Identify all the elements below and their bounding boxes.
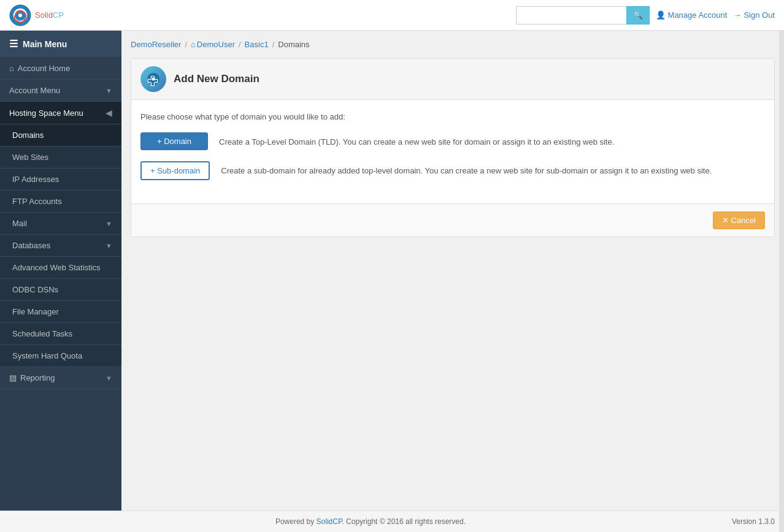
sidebar-item-label: Web Sites (12, 153, 48, 162)
chevron-down-icon: ▼ (106, 374, 112, 382)
breadcrumb-sep-1: / (185, 40, 187, 49)
domain-option: + Domain Create a Top-Level Domain (TLD)… (140, 132, 765, 150)
card-header: Add New Domain (131, 59, 774, 100)
sidebar-item-file-manager[interactable]: File Manager (0, 301, 121, 323)
add-domain-button[interactable]: + Domain (140, 132, 208, 150)
add-subdomain-button[interactable]: + Sub-domain (140, 161, 210, 180)
sidebar-item-label: Scheduled Tasks (12, 329, 72, 338)
breadcrumb-reseller-link[interactable]: DemoReseller (131, 40, 181, 49)
sidebar-title: Main Menu (23, 39, 67, 49)
sidebar-header: ☰ Main Menu (0, 31, 121, 58)
search-input[interactable] (516, 6, 626, 25)
arrow-left-icon: ◀ (106, 108, 112, 118)
sidebar-item-label: File Manager (12, 307, 59, 316)
home-icon: ⌂ (9, 64, 14, 73)
sidebar-item-system-hard-quota[interactable]: System Hard Quota (0, 345, 121, 367)
signout-icon: → (733, 10, 741, 20)
plus-icon: + (157, 137, 162, 146)
domain-option-description: Create a Top-Level Domain (TLD). You can… (219, 132, 614, 148)
search-button[interactable]: 🔍 (626, 6, 650, 25)
sidebar-item-label: IP Addresses (12, 175, 59, 184)
sidebar-item-label: Account Menu (9, 86, 106, 95)
sidebar-item-label: System Hard Quota (12, 351, 82, 360)
user-icon: 👤 (656, 10, 666, 20)
sidebar-item-ip-addresses[interactable]: IP Addresses (0, 169, 121, 191)
top-navbar: SolidCP 🔍 👤 Manage Account → Sign Out (0, 0, 784, 31)
sidebar-item-label: FTP Accounts (12, 197, 62, 206)
sidebar-item-label: Hosting Space Menu (9, 108, 106, 118)
sidebar-item-web-sites[interactable]: Web Sites (0, 146, 121, 169)
sidebar-item-ftp-accounts[interactable]: FTP Accounts (0, 191, 121, 213)
wrench-icon (146, 72, 161, 86)
breadcrumb-sep-3: / (272, 40, 275, 49)
scrollbar-track[interactable] (779, 0, 784, 532)
logo: SolidCP (9, 4, 64, 26)
sidebar-item-label: Mail (12, 219, 106, 228)
sidebar-item-account-home[interactable]: ⌂ Account Home (0, 58, 121, 80)
main-content: DemoReseller / ⌂DemoUser / Basic1 / Doma… (121, 31, 784, 511)
manage-account-link[interactable]: 👤 Manage Account (656, 10, 728, 20)
chevron-down-icon: ▼ (106, 87, 112, 94)
menu-icon: ☰ (9, 38, 18, 50)
footer-copyright: . Copyright © 2016 all rights reserved. (342, 517, 466, 526)
subdomain-option: + Sub-domain Create a sub-domain for alr… (140, 161, 765, 180)
sidebar-item-databases[interactable]: Databases ▼ (0, 235, 121, 257)
sidebar-item-mail[interactable]: Mail ▼ (0, 213, 121, 235)
sidebar: ☰ Main Menu ⌂ Account Home Account Menu … (0, 31, 121, 511)
page-footer: Powered by SolidCP. Copyright © 2016 all… (0, 511, 784, 532)
sidebar-item-scheduled-tasks[interactable]: Scheduled Tasks (0, 323, 121, 345)
sign-out-link[interactable]: → Sign Out (733, 10, 775, 20)
footer-link[interactable]: SolidCP (317, 517, 342, 526)
card-body: Please choose what type of domain you wo… (131, 100, 774, 203)
home-icon: ⌂ (191, 40, 196, 49)
sidebar-item-reporting[interactable]: ▨ Reporting ▼ (0, 367, 121, 389)
sidebar-item-label: Reporting (17, 373, 106, 382)
top-right-area: 🔍 👤 Manage Account → Sign Out (516, 6, 775, 25)
svg-point-2 (18, 13, 22, 17)
sidebar-item-label: Domains (12, 131, 44, 140)
chevron-down-icon: ▼ (106, 242, 112, 249)
footer-version: Version 1.3.0 (732, 517, 775, 526)
card-footer: ✕ Cancel (131, 203, 774, 237)
card-title: Add New Domain (174, 73, 259, 85)
sidebar-item-advanced-web-statistics[interactable]: Advanced Web Statistics (0, 257, 121, 279)
prompt-text: Please choose what type of domain you wo… (140, 112, 765, 121)
search-form: 🔍 (516, 6, 650, 25)
subdomain-option-description: Create a sub-domain for already added to… (221, 161, 712, 177)
breadcrumb-sep-2: / (239, 40, 241, 49)
sidebar-item-odbc-dsns[interactable]: ODBC DSNs (0, 279, 121, 301)
breadcrumb: DemoReseller / ⌂DemoUser / Basic1 / Doma… (131, 40, 775, 49)
breadcrumb-user-link[interactable]: ⌂DemoUser (191, 40, 235, 49)
breadcrumb-package-link[interactable]: Basic1 (245, 40, 269, 49)
sidebar-item-label: Advanced Web Statistics (12, 263, 101, 272)
logo-icon (9, 4, 31, 26)
sidebar-item-label: Databases (12, 241, 106, 250)
svg-point-4 (152, 78, 155, 81)
sidebar-item-domains[interactable]: Domains (0, 124, 121, 146)
sidebar-item-account-menu[interactable]: Account Menu ▼ (0, 80, 121, 102)
breadcrumb-current: Domains (278, 40, 309, 49)
main-layout: ☰ Main Menu ⌂ Account Home Account Menu … (0, 31, 784, 511)
sidebar-item-hosting-space-menu[interactable]: Hosting Space Menu ◀ (0, 102, 121, 124)
add-domain-card: Add New Domain Please choose what type o… (131, 58, 775, 237)
chevron-down-icon: ▼ (106, 220, 112, 227)
cancel-button[interactable]: ✕ Cancel (713, 211, 765, 229)
sidebar-item-label: ODBC DSNs (12, 285, 58, 294)
sidebar-item-label: Account Home (14, 64, 112, 73)
logo-text: SolidCP (35, 10, 64, 20)
chart-icon: ▨ (9, 373, 17, 382)
domain-icon (140, 66, 166, 92)
footer-powered-by: Powered by (275, 517, 314, 526)
